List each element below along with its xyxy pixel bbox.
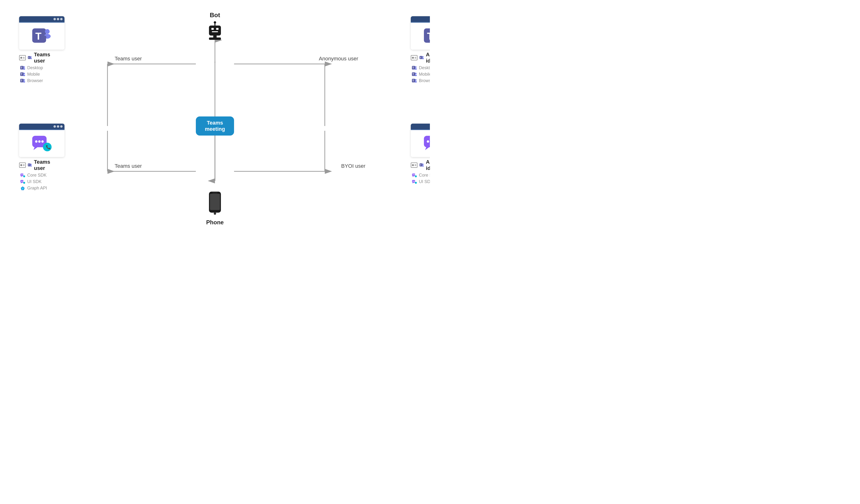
svg-point-91 [23,182,25,184]
phone-area: Phone [201,190,229,226]
top-left-row1-label: Desktop [27,65,43,70]
svg-point-64 [415,74,417,76]
svg-text:T: T [420,57,421,59]
svg-point-116 [415,182,417,184]
svg-point-63 [415,73,416,74]
teams-meeting-box: Teams meeting [196,117,234,135]
top-left-arrow-label: Teams user [115,56,142,62]
top-left-row-3: T Browser [20,78,53,83]
svg-text:T: T [413,79,414,82]
id-icon [19,55,26,60]
svg-marker-115 [413,182,414,183]
svg-rect-17 [209,26,221,35]
bottom-left-title: Teams user [34,159,53,171]
svg-rect-23 [213,35,217,38]
bottom-right-browser-window: 📞 [411,124,430,157]
svg-text:T: T [413,73,414,76]
top-left-row-1: T Desktop [20,65,53,70]
svg-point-42 [23,74,25,76]
top-right-arrow-label: Anonymous user [319,56,358,62]
svg-rect-19 [216,28,218,30]
svg-point-72 [41,140,44,143]
bottom-left-arrow-label: Teams user [115,163,142,169]
svg-text:T: T [420,164,421,166]
browser-titlebar [19,16,64,22]
svg-point-22 [214,21,216,24]
svg-point-85 [23,175,25,177]
bottom-right-info-card: T Any identity Core SDK [411,159,430,184]
bottom-right-title: Any identity [426,159,430,171]
top-right-info-card: T Any identity T Desktop T [411,51,430,83]
svg-rect-120 [212,193,218,193]
svg-point-87 [21,181,22,182]
svg-rect-24 [209,38,221,40]
svg-point-88 [22,181,23,182]
bot-icon [204,21,226,42]
svg-point-30 [41,35,46,39]
svg-point-114 [415,181,415,182]
top-left-row2-label: Mobile [27,72,40,77]
phone-label: Phone [206,219,224,226]
svg-marker-98 [425,147,429,150]
svg-point-34 [30,58,32,59]
bottom-right-arrow-label: BYOI user [341,163,366,169]
svg-marker-73 [33,147,38,150]
svg-text:T: T [427,31,430,42]
svg-point-83 [23,175,24,175]
teams-icon-small: T [28,55,32,61]
svg-point-78 [31,164,32,165]
phone-icon [206,190,223,217]
svg-point-82 [22,175,23,175]
svg-point-55 [422,56,424,58]
svg-point-56 [422,58,424,59]
bot-area: Bot [198,12,232,42]
teams-logo-top-left: T [31,27,53,45]
svg-point-68 [415,81,417,82]
svg-text:T: T [28,164,30,166]
top-left-browser-window: T [19,16,64,50]
diagram: Bot [12,9,418,243]
svg-point-46 [23,81,25,82]
top-left-info-card: T Teams user T Desktop T [19,51,53,83]
svg-point-71 [38,140,41,143]
teams-logo-top-right: T [423,27,430,45]
svg-point-29 [42,31,45,35]
svg-point-95 [427,140,429,143]
svg-point-107 [414,175,414,175]
svg-marker-109 [413,176,414,177]
svg-rect-20 [212,31,218,32]
top-right-browser-window: T [411,16,430,50]
top-right-title: Any identity [426,51,430,64]
svg-point-106 [413,175,413,175]
bot-label: Bot [210,12,220,19]
svg-text:T: T [28,57,30,59]
acs-logo-bottom-left: 📞 [31,135,53,152]
svg-point-108 [415,175,415,175]
svg-point-104 [422,165,424,167]
svg-point-119 [214,212,216,215]
bottom-left-info-card: T Teams user Core SDK [19,159,53,191]
svg-point-89 [23,181,24,182]
svg-point-45 [24,79,25,80]
meeting-label: Teams meeting [205,120,225,132]
svg-text:📞: 📞 [46,145,51,149]
svg-marker-90 [21,182,22,183]
svg-rect-118 [210,194,220,210]
svg-point-38 [23,68,25,70]
svg-point-33 [31,56,32,58]
svg-text:T: T [21,73,23,76]
svg-rect-18 [211,28,214,30]
svg-text:T: T [413,66,414,69]
svg-text:T: T [35,31,42,42]
svg-point-103 [422,164,424,165]
top-left-row-2: T Mobile [20,72,53,77]
svg-point-79 [30,165,32,166]
svg-text:T: T [21,79,23,82]
top-left-row3-label: Browser [27,78,43,83]
svg-marker-84 [21,176,22,177]
svg-point-60 [415,68,417,70]
svg-point-110 [415,175,417,177]
top-left-title: Teams user [34,51,53,64]
svg-point-113 [414,181,414,182]
svg-text:T: T [21,66,23,69]
